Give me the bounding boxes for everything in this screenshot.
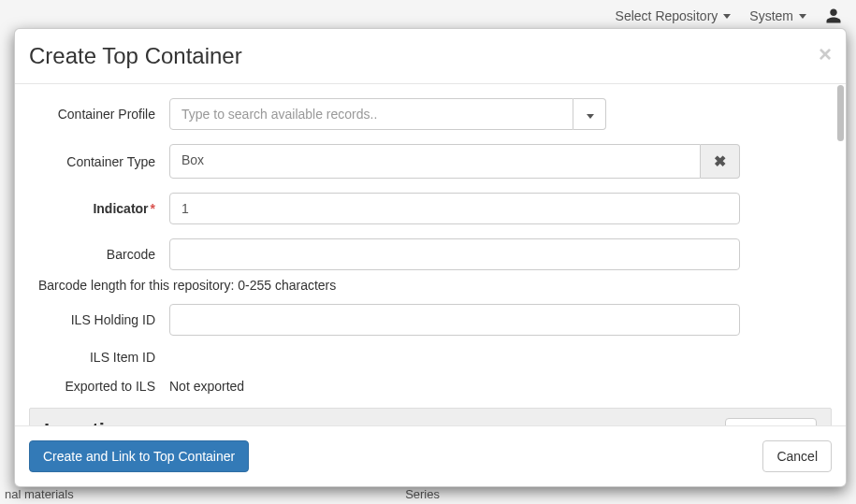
backdrop-nav: Select Repository System [602,0,856,32]
ils-holding-id-input[interactable] [169,304,740,336]
modal-footer: Create and Link to Top Container Cancel [15,425,846,486]
create-and-link-button[interactable]: Create and Link to Top Container [29,440,249,472]
user-icon[interactable] [825,7,842,24]
barcode-input[interactable] [169,238,740,270]
required-indicator: * [151,201,155,216]
indicator-row: Indicator* [24,193,836,224]
exported-to-ils-label: Exported to ILS [24,379,169,394]
container-profile-label: Container Profile [24,107,169,122]
backdrop-bottom: nal materials Series [0,485,856,504]
add-location-button[interactable]: Add Location [725,418,817,425]
cancel-button[interactable]: Cancel [762,440,832,472]
barcode-label: Barcode [24,247,169,262]
container-type-row: Container Type Box ✖ [24,144,836,179]
container-type-select[interactable]: Box [169,144,701,179]
close-icon: ✖ [714,152,726,170]
indicator-label: Indicator* [24,201,169,216]
create-top-container-modal: Create Top Container × Container Profile… [14,28,847,487]
caret-down-icon [799,14,806,19]
ils-holding-id-row: ILS Holding ID [24,304,836,336]
close-button[interactable]: × [819,43,832,65]
backdrop-text-right: Series [405,487,440,502]
barcode-help-text: Barcode length for this repository: 0-25… [38,278,836,293]
modal-header: Create Top Container × [15,29,846,84]
caret-down-icon [587,114,594,119]
backdrop-text-left: nal materials [5,487,74,502]
indicator-input[interactable] [169,193,740,224]
ils-item-id-row: ILS Item ID [24,350,836,365]
container-profile-row: Container Profile [24,98,836,130]
locations-section: Locations Add Location [29,408,832,425]
container-type-clear-button[interactable]: ✖ [701,144,740,179]
exported-to-ils-row: Exported to ILS Not exported [24,379,836,394]
container-type-label: Container Type [24,154,169,169]
select-repository-label: Select Repository [616,8,718,23]
modal-title: Create Top Container [29,43,242,69]
system-label: System [749,8,793,23]
locations-title: Locations [44,419,141,426]
select-repository-dropdown[interactable]: Select Repository [616,8,732,23]
scrollbar-thumb[interactable] [837,85,844,141]
barcode-row: Barcode [24,238,836,270]
ils-item-id-label: ILS Item ID [24,350,169,365]
container-profile-dropdown-button[interactable] [573,98,606,130]
system-dropdown[interactable]: System [749,8,806,23]
modal-body: Container Profile Container Type Box ✖ [15,84,846,425]
ils-holding-id-label: ILS Holding ID [24,312,169,327]
exported-to-ils-value: Not exported [169,379,244,394]
container-profile-input[interactable] [169,98,573,130]
caret-down-icon [723,14,731,19]
